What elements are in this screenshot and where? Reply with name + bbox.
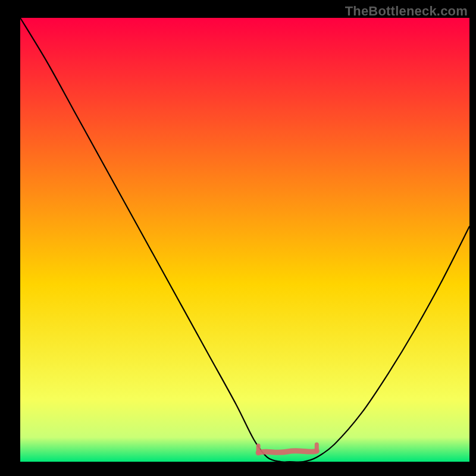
bottleneck-chart [0, 0, 476, 476]
chart-frame: TheBottleneck.com [0, 0, 476, 476]
watermark-label: TheBottleneck.com [345, 4, 468, 19]
optimal-band [258, 451, 317, 453]
chart-background [20, 18, 469, 462]
